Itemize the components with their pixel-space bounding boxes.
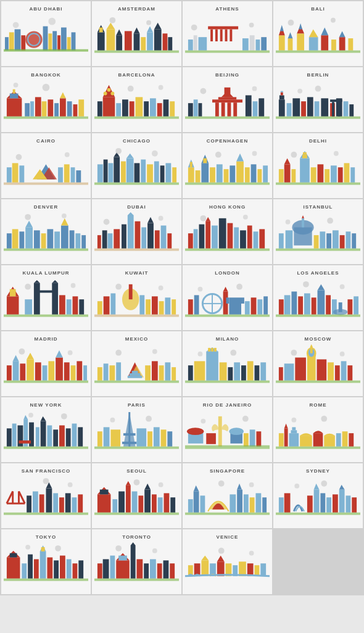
svg-rect-291 (73, 296, 78, 314)
city-skyline-rio-de-janeiro (185, 410, 270, 452)
svg-rect-336 (326, 295, 331, 314)
svg-rect-26 (141, 37, 146, 51)
svg-rect-163 (121, 161, 126, 182)
city-card-kuwait[interactable]: KUWAIT (92, 265, 181, 330)
city-card-new-york[interactable]: NEW YORK (1, 397, 91, 462)
city-card-copenhagen[interactable]: COPENHAGEN (183, 133, 272, 198)
svg-rect-204 (311, 167, 316, 182)
svg-rect-371 (116, 362, 121, 380)
svg-rect-289 (59, 295, 65, 314)
svg-rect-542 (34, 559, 39, 578)
city-skyline-abu-dhabi (4, 14, 88, 56)
svg-rect-226 (75, 233, 80, 248)
svg-rect-464 (292, 427, 296, 430)
svg-rect-348 (20, 363, 25, 380)
svg-rect-396 (185, 381, 270, 383)
city-card-barcelona[interactable]: BARCELONA (92, 67, 181, 132)
city-card-dubai[interactable]: DUBAI (92, 199, 181, 264)
svg-point-429 (61, 413, 67, 420)
city-card-istanbul[interactable]: ISTANBUL (273, 199, 363, 264)
svg-point-121 (200, 88, 206, 94)
svg-marker-286 (34, 280, 40, 283)
svg-marker-59 (299, 23, 302, 30)
svg-rect-39 (210, 29, 213, 41)
city-card-delhi[interactable]: DELHI (273, 133, 363, 198)
city-card-kuala-lumpur[interactable]: KUALA LUMPUR (1, 265, 91, 330)
city-card-london[interactable]: LONDON (183, 265, 272, 330)
city-skyline-london (185, 278, 270, 320)
svg-rect-459 (279, 433, 284, 447)
city-card-singapore[interactable]: SINGAPORE (183, 463, 272, 528)
svg-rect-375 (165, 362, 170, 380)
svg-rect-584 (260, 563, 266, 576)
svg-rect-241 (161, 226, 167, 249)
city-card-sydney[interactable]: SYDNEY (273, 463, 363, 528)
city-card-madrid[interactable]: MADRID (1, 331, 91, 396)
svg-rect-320 (245, 301, 250, 315)
svg-rect-119 (253, 101, 258, 116)
svg-rect-466 (313, 433, 323, 447)
city-card-tokyo[interactable]: TOKYO (1, 529, 91, 594)
svg-rect-248 (188, 233, 193, 248)
city-card-rome[interactable]: ROME (273, 397, 363, 462)
city-card-mexico[interactable]: MEXICO (92, 331, 181, 396)
city-skyline-bali (276, 14, 360, 56)
svg-rect-232 (102, 230, 107, 248)
city-card-venice[interactable]: VENICE (183, 529, 272, 594)
svg-rect-120 (259, 98, 264, 116)
city-card-beijing[interactable]: BEIJING (183, 67, 272, 132)
city-card-seoul[interactable]: SEOUL (92, 463, 181, 528)
city-card-bangkok[interactable]: BANGKOK (1, 67, 91, 132)
city-name-venice: VENICE (217, 534, 239, 540)
svg-rect-1 (9, 32, 14, 50)
svg-point-174 (152, 151, 158, 157)
city-name-berlin: BERLIN (307, 72, 329, 78)
city-card-san-francisco[interactable]: SAN FRANCISCO (1, 463, 91, 528)
city-card-berlin[interactable]: BERLIN (273, 67, 363, 132)
city-card-toronto[interactable]: TORONTO (92, 529, 181, 594)
city-card-rio-de-janeiro[interactable]: RIO DE JANEIRO (183, 397, 272, 462)
svg-rect-564 (144, 563, 149, 578)
svg-rect-175 (94, 183, 179, 185)
city-card-milano[interactable]: MILANO (183, 331, 272, 396)
svg-point-68 (288, 20, 294, 26)
svg-rect-432 (97, 431, 102, 446)
svg-rect-96 (122, 99, 128, 116)
city-card-amsterdam[interactable]: AMSTERDAM (92, 1, 181, 66)
svg-rect-242 (167, 233, 172, 248)
svg-marker-82 (60, 93, 66, 99)
city-card-athens[interactable]: ATHENS (183, 1, 272, 66)
svg-rect-413 (7, 428, 12, 446)
svg-rect-236 (135, 221, 141, 249)
city-card-chicago[interactable]: CHICAGO (92, 133, 181, 198)
svg-rect-549 (67, 559, 72, 578)
svg-rect-267 (302, 218, 304, 228)
city-card-paris[interactable]: PARIS (92, 397, 181, 462)
city-card-los-angeles[interactable]: LOS ANGELES (273, 265, 363, 330)
svg-rect-90 (103, 97, 115, 116)
city-card-hong-kong[interactable]: HONG KONG (183, 199, 272, 264)
city-card-bali[interactable]: BALI (273, 1, 363, 66)
city-card-cairo[interactable]: CAIRO (1, 133, 91, 198)
svg-rect-319 (241, 297, 244, 304)
svg-rect-437 (123, 433, 136, 436)
svg-rect-9 (57, 35, 60, 50)
svg-point-445 (110, 418, 115, 423)
city-name-sydney: SYDNEY (306, 468, 330, 474)
svg-rect-154 (76, 170, 81, 183)
svg-rect-168 (147, 164, 153, 182)
svg-marker-461 (284, 424, 288, 429)
svg-point-394 (230, 350, 236, 356)
svg-rect-176 (188, 167, 194, 182)
svg-rect-329 (284, 295, 291, 314)
svg-point-569 (115, 545, 122, 552)
svg-rect-412 (276, 381, 360, 383)
svg-rect-160 (109, 163, 114, 182)
svg-point-156 (65, 152, 70, 157)
city-card-abu-dhabi[interactable]: ABU DHABI (1, 1, 91, 66)
svg-rect-539 (10, 553, 17, 558)
city-card-denver[interactable]: DENVER (1, 199, 91, 264)
city-card-moscow[interactable]: MOSCOW (273, 331, 363, 396)
svg-point-553 (25, 545, 30, 550)
svg-point-86 (43, 84, 50, 91)
